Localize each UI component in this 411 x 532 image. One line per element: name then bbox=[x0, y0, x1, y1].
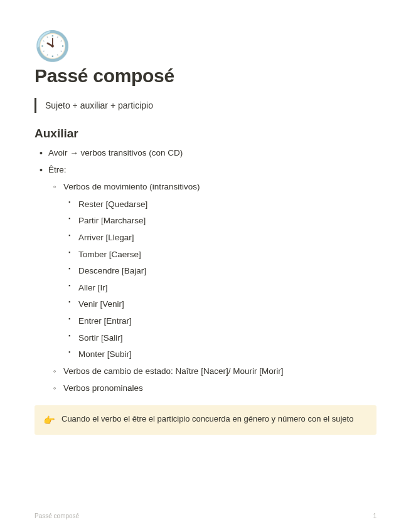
list-item: Rester [Quedarse] bbox=[63, 198, 376, 211]
page-icon: 🕙 bbox=[35, 31, 376, 60]
list-item: Monter [Subir] bbox=[63, 348, 376, 361]
section-heading-auxiliar: Auxiliar bbox=[35, 127, 376, 141]
callout-text: Cuando el verbo el être el participio co… bbox=[61, 413, 353, 427]
callout-block: 👉 Cuando el verbo el être el participio … bbox=[35, 405, 376, 435]
list-item-label: Verbos de movimiento (intransitivos) bbox=[63, 182, 200, 191]
list-item-label: Être: bbox=[48, 165, 67, 174]
list-item: Arriver [Llegar] bbox=[63, 231, 376, 245]
list-item: Verbos de cambio de estado: Naître [Nace… bbox=[48, 365, 376, 378]
list-item: Descendre [Bajar] bbox=[63, 264, 376, 278]
list-item: Aller [Ir] bbox=[63, 281, 376, 295]
page-title: Passé composé bbox=[35, 65, 376, 87]
list-item: Avoir → verbos transitivos (con CD) bbox=[35, 147, 376, 160]
page-footer: Passé composé 1 bbox=[35, 513, 376, 519]
list-item: Verbos de movimiento (intransitivos) Res… bbox=[48, 181, 376, 361]
list-item: Sortir [Salir] bbox=[63, 331, 376, 345]
list-item: Venir [Venir] bbox=[63, 297, 376, 311]
bullet-sublist: Rester [Quedarse] Partir [Marcharse] Arr… bbox=[63, 198, 376, 361]
pointing-hand-icon: 👉 bbox=[43, 413, 55, 427]
footer-title: Passé composé bbox=[35, 513, 79, 519]
list-item: Tomber [Caerse] bbox=[63, 248, 376, 262]
list-item: Être: Verbos de movimiento (intransitivo… bbox=[35, 164, 376, 395]
list-item: Verbos pronominales bbox=[48, 382, 376, 395]
list-item: Partir [Marcharse] bbox=[63, 214, 376, 228]
list-item: Entrer [Entrar] bbox=[63, 314, 376, 328]
bullet-list: Avoir → verbos transitivos (con CD) Être… bbox=[35, 147, 376, 395]
footer-page-number: 1 bbox=[373, 513, 376, 519]
bullet-sublist: Verbos de movimiento (intransitivos) Res… bbox=[48, 181, 376, 395]
quote-block: Sujeto + auxiliar + participio bbox=[35, 98, 376, 113]
quote-text: Sujeto + auxiliar + participio bbox=[45, 100, 153, 110]
